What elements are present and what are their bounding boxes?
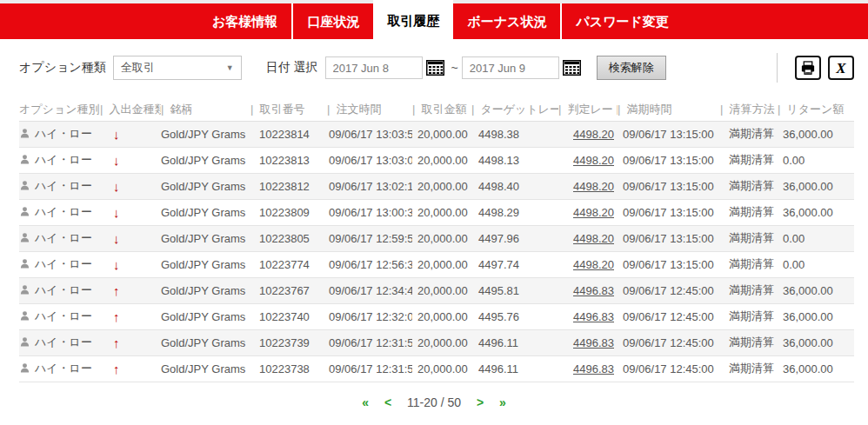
arrow-down-icon: ↓	[113, 179, 120, 194]
cell-direction: ↓	[100, 121, 161, 147]
calendar-icon	[426, 60, 444, 76]
judgment-rate-link[interactable]: 4498.20	[573, 128, 614, 141]
user-icon	[19, 180, 30, 191]
cell-amount: 20,000.00	[412, 303, 471, 329]
nav-tab[interactable]: 口座状況	[291, 3, 373, 39]
judgment-rate-link[interactable]: 4498.20	[573, 232, 614, 245]
cell-direction: ↓	[100, 147, 161, 173]
cell-expiry_time: 09/06/17 12:45:00	[618, 303, 720, 329]
judgment-rate-link[interactable]: 4496.83	[573, 362, 614, 375]
column-separator: |	[100, 103, 103, 116]
chevron-down-icon: ▼	[226, 63, 234, 72]
cell-return_amount: 0.00	[778, 251, 854, 277]
judgment-rate-link[interactable]: 4498.20	[573, 258, 614, 271]
cell-order_time: 09/06/17 12:32:02	[327, 303, 412, 329]
judgment-rate-link[interactable]: 4496.83	[573, 336, 614, 349]
judgment-rate-link[interactable]: 4496.83	[573, 310, 614, 323]
nav-tabs: お客様情報口座状況取引履歴ボーナス状況パスワード変更	[198, 3, 683, 42]
table-row: ハイ・ロー↓Gold/JPY Grams1022380909/06/17 13:…	[19, 199, 854, 225]
cell-amount: 20,000.00	[412, 355, 471, 382]
cell-order_time: 09/06/17 12:56:33	[327, 251, 412, 277]
option-type-label: オプション種類	[19, 60, 106, 76]
column-separator: |	[558, 103, 561, 116]
table-row: ハイ・ロー↓Gold/JPY Grams1022381409/06/17 13:…	[19, 121, 854, 147]
column-header-target_rate: |ターゲットレート	[471, 98, 558, 121]
user-icon	[19, 362, 30, 374]
column-header-order_time: |注文時間	[327, 98, 412, 121]
cell-target_rate: 4498.13	[471, 147, 558, 173]
arrow-down-icon: ↓	[113, 231, 120, 246]
cell-trade_no: 10223738	[250, 355, 327, 382]
toolbar-divider	[777, 53, 778, 83]
cell-expiry_time: 09/06/17 13:15:00	[618, 173, 720, 199]
cell-return_amount: 36,000.00	[778, 173, 854, 199]
cell-judgment_rate: 4498.20	[558, 121, 618, 147]
user-icon	[19, 258, 30, 269]
cell-expiry_time: 09/06/17 13:15:00	[618, 147, 720, 173]
column-header-direction: |入出金種類	[100, 98, 161, 121]
pagination-last-button[interactable]: »	[499, 395, 506, 409]
cell-amount: 20,000.00	[412, 147, 471, 173]
cell-return_amount: 36,000.00	[778, 329, 854, 355]
column-header-return_amount: |リターン額	[778, 98, 854, 121]
date-from-calendar-button[interactable]	[426, 60, 444, 76]
cell-symbol: Gold/JPY Grams	[161, 355, 250, 382]
cell-direction: ↓	[100, 173, 161, 199]
cell-option_type: ハイ・ロー	[19, 121, 100, 147]
cell-direction: ↑	[100, 329, 161, 355]
calendar-icon	[563, 60, 581, 76]
date-to-input[interactable]	[462, 56, 559, 79]
column-header-symbol: |銘柄	[161, 98, 250, 121]
trade-history-table: オプション種別|入出金種類|銘柄|取引番号|注文時間|取引金額|ターゲットレート…	[19, 98, 854, 382]
cell-amount: 20,000.00	[412, 121, 471, 147]
cell-trade_no: 10223739	[250, 329, 327, 355]
cell-target_rate: 4496.11	[471, 355, 558, 382]
cell-direction: ↓	[100, 199, 161, 225]
table-row: ハイ・ロー↑Gold/JPY Grams1022373809/06/17 12:…	[19, 355, 854, 382]
cell-symbol: Gold/JPY Grams	[161, 147, 250, 173]
nav-tab[interactable]: パスワード変更	[560, 3, 682, 39]
cell-return_amount: 36,000.00	[778, 355, 854, 382]
arrow-down-icon: ↓	[113, 257, 120, 272]
cell-judgment_rate: 4496.83	[558, 355, 618, 382]
user-icon	[19, 128, 30, 139]
pagination-first-button[interactable]: «	[362, 395, 369, 409]
cell-order_time: 09/06/17 13:00:38	[327, 199, 412, 225]
nav-tab[interactable]: 取引履歴	[373, 0, 453, 42]
date-select-label: 日付 選択	[266, 60, 318, 76]
option-type-select[interactable]: 全取引 ▼	[113, 56, 242, 80]
pagination-prev-button[interactable]: <	[384, 395, 391, 409]
print-button[interactable]	[795, 56, 821, 80]
pagination-next-button[interactable]: >	[477, 395, 484, 409]
column-header-judgment_rate: |判定レート	[558, 98, 618, 121]
cell-settlement: 満期清算	[720, 355, 778, 382]
cell-direction: ↑	[100, 277, 161, 303]
date-from-input[interactable]	[325, 56, 423, 79]
cell-order_time: 09/06/17 12:31:55	[327, 355, 412, 382]
judgment-rate-link[interactable]: 4496.83	[573, 284, 614, 297]
cell-judgment_rate: 4496.83	[558, 329, 618, 355]
cell-direction: ↓	[100, 251, 161, 277]
cell-symbol: Gold/JPY Grams	[161, 225, 250, 251]
cell-symbol: Gold/JPY Grams	[161, 173, 250, 199]
cell-direction: ↓	[100, 225, 161, 251]
judgment-rate-link[interactable]: 4498.20	[573, 206, 614, 219]
cell-target_rate: 4496.11	[471, 329, 558, 355]
cell-target_rate: 4497.74	[471, 251, 558, 277]
arrow-up-icon: ↑	[113, 362, 120, 376]
column-header-option_type: オプション種別	[19, 98, 100, 121]
clear-search-button[interactable]: 検索解除	[597, 56, 666, 80]
cell-expiry_time: 09/06/17 13:15:00	[618, 199, 720, 225]
user-icon	[19, 310, 30, 322]
user-icon	[19, 206, 30, 217]
judgment-rate-link[interactable]: 4498.20	[573, 180, 614, 193]
excel-export-button[interactable]: X	[828, 56, 854, 80]
cell-return_amount: 36,000.00	[778, 303, 854, 329]
nav-tab[interactable]: お客様情報	[198, 3, 291, 39]
date-to-calendar-button[interactable]	[563, 60, 581, 76]
judgment-rate-link[interactable]: 4498.20	[573, 154, 614, 167]
nav-tab[interactable]: ボーナス状況	[453, 3, 560, 39]
cell-judgment_rate: 4498.20	[558, 251, 618, 277]
cell-return_amount: 36,000.00	[778, 121, 854, 147]
table-row: ハイ・ロー↓Gold/JPY Grams1022381309/06/17 13:…	[19, 147, 854, 173]
